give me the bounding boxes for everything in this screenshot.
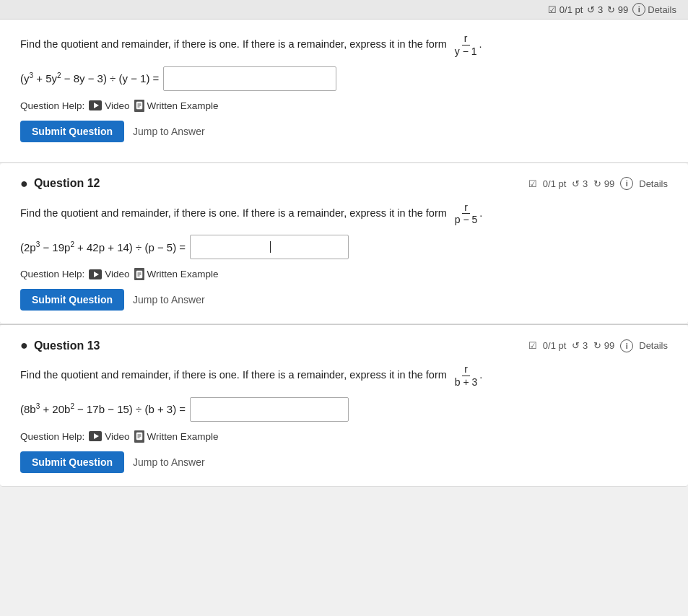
question-12-help: Question Help: Video Written Example [20,268,668,280]
question-12-check-icon: ☑ [528,178,537,189]
question-13-undo-icon: ↺ 3 [572,340,588,351]
top-bar-meta: ☑ 0/1 pt ↺ 3 ↻ 99 i Details [548,3,676,16]
doc-icon [134,100,144,112]
question-13-video-label: Video [105,431,129,442]
intro-written-label: Written Example [147,100,219,111]
question-13-equation: (8b3 + 20b2 − 17b − 15) ÷ (b + 3) = [20,397,668,422]
intro-equation-text: (y3 + 5y2 − 8y − 3) ÷ (y − 1) = [20,72,159,84]
question-13-actions: Submit Question Jump to Answer [20,451,668,473]
question-12-info-icon[interactable]: i [620,177,633,190]
intro-answer-input[interactable] [163,66,336,91]
question-12-redo-icon: ↻ 99 [593,178,614,189]
question-12-video-icon [89,269,102,279]
question-13-points: 0/1 pt [543,340,567,351]
question-12-title: ● Question 12 [20,176,100,191]
question-12-header: ● Question 12 ☑ 0/1 pt ↺ 3 ↻ 99 i Detail… [20,176,668,191]
question-12-actions: Submit Question Jump to Answer [20,289,668,311]
video-icon [89,100,102,110]
question-12-fraction-denominator: p − 5 [453,214,480,226]
question-13-help: Question Help: Video Written Example [20,430,668,443]
question-13-video-icon [89,431,102,441]
question-12-equation-text: (2p3 − 19p2 + 42p + 14) ÷ (p − 5) = [20,241,186,253]
question-12-undo-icon: ↺ 3 [572,178,588,189]
question-13-redo-icon: ↻ 99 [593,340,614,351]
intro-actions: Submit Question Jump to Answer [20,121,668,142]
question-12-bullet: ● [20,176,28,191]
question-12-points: 0/1 pt [543,178,567,189]
question-13-fraction-numerator: r [462,363,470,376]
question-12-video-help[interactable]: Video [89,269,129,279]
question-13-header: ● Question 13 ☑ 0/1 pt ↺ 3 ↻ 99 i Detail… [20,338,668,353]
intro-fraction: r y − 1 [453,32,479,58]
question-13-answer-input[interactable] [190,397,349,422]
question-13-help-label: Question Help: [20,431,84,442]
question-13-doc-icon [134,430,144,443]
intro-submit-button[interactable]: Submit Question [20,121,124,142]
top-bar: ☑ 0/1 pt ↺ 3 ↻ 99 i Details [0,0,688,19]
question-13-title-text: Question 13 [34,339,100,352]
question-13-equation-text: (8b3 + 20b2 − 17b − 15) ÷ (b + 3) = [20,403,186,415]
question-12-card: ● Question 12 ☑ 0/1 pt ↺ 3 ↻ 99 i Detail… [0,163,688,325]
question-12-equation: (2p3 − 19p2 + 42p + 14) ÷ (p − 5) = [20,235,668,259]
question-13-written-label: Written Example [147,431,219,442]
intro-written-help[interactable]: Written Example [134,100,219,112]
intro-fraction-numerator: r [462,32,470,45]
question-13-instruction: Find the quotient and remainder, if ther… [20,363,668,389]
question-13-written-help[interactable]: Written Example [134,430,219,443]
question-12-help-label: Question Help: [20,269,84,279]
question-13-submit-button[interactable]: Submit Question [20,451,124,473]
question-13-check-icon: ☑ [528,340,537,351]
question-12-submit-button[interactable]: Submit Question [20,289,124,311]
intro-jump-button[interactable]: Jump to Answer [133,126,205,137]
question-13-title: ● Question 13 [20,338,100,353]
question-13-card: ● Question 13 ☑ 0/1 pt ↺ 3 ↻ 99 i Detail… [0,325,688,487]
question-12-jump-button[interactable]: Jump to Answer [133,294,205,305]
details-info-icon: i [632,3,645,16]
question-12-instruction: Find the quotient and remainder, if ther… [20,201,668,227]
question-12-written-label: Written Example [147,269,219,279]
intro-instruction: Find the quotient and remainder, if ther… [20,32,668,58]
question-13-fraction: r b + 3 [453,363,480,389]
question-13-fraction-denominator: b + 3 [453,376,480,389]
question-13-bullet: ● [20,338,28,353]
question-13-video-help[interactable]: Video [89,431,129,442]
intro-help: Question Help: Video Written Example [20,100,668,112]
question-12-answer-input[interactable] [190,235,349,259]
question-12-meta: ☑ 0/1 pt ↺ 3 ↻ 99 i Details [528,177,668,190]
intro-video-help[interactable]: Video [89,100,129,111]
question-12-doc-icon [134,268,144,280]
question-12-fraction-numerator: r [462,201,470,214]
question-13-meta: ☑ 0/1 pt ↺ 3 ↻ 99 i Details [528,339,668,352]
question-12-title-text: Question 12 [34,177,100,190]
intro-section: Find the quotient and remainder, if ther… [0,19,688,162]
details-label: Details [648,4,676,15]
intro-fraction-denominator: y − 1 [453,45,479,58]
question-12-fraction: r p − 5 [453,201,480,227]
question-12-video-label: Video [105,269,129,279]
intro-help-label: Question Help: [20,100,84,111]
question-13-jump-button[interactable]: Jump to Answer [133,456,205,468]
question-13-info-icon[interactable]: i [620,339,633,352]
intro-equation: (y3 + 5y2 − 8y − 3) ÷ (y − 1) = [20,66,668,91]
question-12-written-help[interactable]: Written Example [134,268,219,280]
question-13-details[interactable]: Details [639,340,668,351]
question-12-details[interactable]: Details [639,178,668,189]
intro-video-label: Video [105,100,129,111]
